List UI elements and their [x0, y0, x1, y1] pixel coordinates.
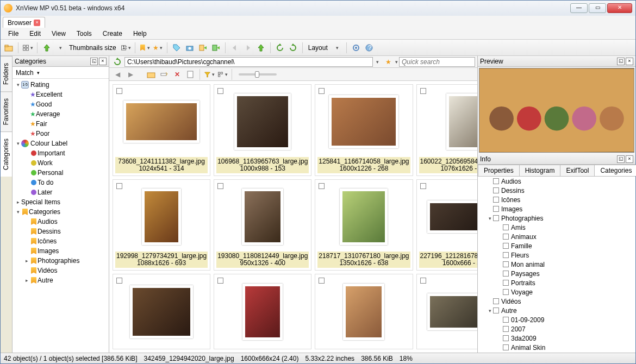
- tree-cat-2[interactable]: Icônes: [13, 236, 109, 246]
- info-cat-item[interactable]: Icônes: [478, 195, 635, 204]
- info-tab-properties[interactable]: Properties: [478, 165, 520, 176]
- up-icon[interactable]: [255, 42, 267, 54]
- view-mode-dropdown[interactable]: [22, 42, 34, 54]
- thumb-checkbox[interactable]: [319, 278, 325, 284]
- category-checkbox[interactable]: [503, 243, 509, 249]
- info-cat-item[interactable]: 01-09-2009: [478, 315, 635, 324]
- rotate-left-icon[interactable]: [274, 42, 286, 54]
- info-cat-item[interactable]: Art and Craft Equipment: [478, 352, 635, 353]
- thumbsize-dropdown[interactable]: 1:5: [120, 42, 132, 54]
- rotate-right-icon[interactable]: [287, 42, 299, 54]
- category-checkbox[interactable]: [493, 215, 499, 221]
- export-icon[interactable]: [210, 42, 222, 54]
- category-checkbox[interactable]: [503, 317, 509, 323]
- rename-icon[interactable]: [158, 68, 170, 80]
- convert-icon[interactable]: [197, 42, 209, 54]
- category-checkbox[interactable]: [493, 206, 499, 212]
- tree-colour-1[interactable]: Work: [13, 158, 109, 168]
- category-checkbox[interactable]: [503, 234, 509, 240]
- thumb-checkbox[interactable]: [420, 88, 426, 94]
- tree-colour[interactable]: ▾Colour Label: [13, 139, 109, 148]
- menu-view[interactable]: View: [46, 29, 71, 39]
- tree-cat-5[interactable]: Vidéos: [13, 266, 109, 275]
- layout-dropdown[interactable]: [331, 42, 343, 54]
- info-cat-item[interactable]: ▾Photographies: [478, 214, 635, 223]
- category-checkbox[interactable]: [503, 224, 509, 230]
- tree-colour-4[interactable]: Later: [13, 187, 109, 197]
- thumbnail-item[interactable]: [315, 274, 413, 349]
- panel-close-icon[interactable]: ×: [626, 58, 633, 65]
- delete-icon[interactable]: ✕: [171, 68, 183, 80]
- settings-icon[interactable]: [350, 42, 362, 54]
- category-checkbox[interactable]: [493, 307, 499, 313]
- match-dropdown[interactable]: Match▾: [13, 67, 109, 79]
- tree-cat-1[interactable]: Dessins: [13, 227, 109, 236]
- close-button[interactable]: ✕: [607, 3, 632, 13]
- tree-cat-3[interactable]: Images: [13, 246, 109, 256]
- tree-colour-2[interactable]: Personal: [13, 168, 109, 178]
- tree-categories[interactable]: ▾Categories: [13, 207, 109, 217]
- search-input[interactable]: [399, 57, 475, 67]
- panel-close-icon[interactable]: ×: [99, 58, 107, 65]
- menu-tools[interactable]: Tools: [71, 29, 97, 39]
- minimize-button[interactable]: —: [570, 3, 588, 13]
- tree-cat-0[interactable]: Audios: [13, 217, 109, 227]
- thumbnail-item[interactable]: 193080_1180812449_large.jpg950x1326 - 40…: [214, 179, 311, 271]
- tree-colour-3[interactable]: To do: [13, 178, 109, 187]
- menu-file[interactable]: File: [3, 29, 24, 39]
- thumb-checkbox[interactable]: [319, 183, 325, 189]
- tree-rating-3[interactable]: ★ Fair: [13, 119, 109, 129]
- tree-rating-0[interactable]: ★ Excellent: [13, 90, 109, 99]
- category-checkbox[interactable]: [503, 271, 509, 277]
- info-cat-item[interactable]: Images: [478, 204, 635, 214]
- category-checkbox[interactable]: [503, 261, 509, 267]
- nav-back-icon[interactable]: ◀: [111, 68, 123, 80]
- category-checkbox[interactable]: [503, 289, 509, 295]
- thumbnail-item[interactable]: 227196_1212816786_large.jpg1600x666 - 51…: [416, 179, 477, 271]
- thumb-checkbox[interactable]: [116, 183, 122, 189]
- forward-icon[interactable]: [242, 42, 254, 54]
- category-checkbox[interactable]: [503, 335, 509, 341]
- zoom-slider[interactable]: [239, 73, 277, 76]
- info-cat-item[interactable]: Paysages: [478, 269, 635, 278]
- sidetab-categories[interactable]: Categories: [1, 131, 12, 177]
- info-tab-categories[interactable]: Categories: [594, 165, 636, 176]
- tree-cat-6[interactable]: ▸Autre: [13, 275, 109, 285]
- sort-icon[interactable]: [216, 68, 228, 80]
- thumbnail-item[interactable]: [113, 274, 210, 349]
- camera-icon[interactable]: [184, 42, 196, 54]
- info-cat-item[interactable]: Dessins: [478, 186, 635, 195]
- thumb-checkbox[interactable]: [319, 88, 325, 94]
- menu-edit[interactable]: Edit: [24, 29, 46, 39]
- thumbnail-item[interactable]: 106968_1163965763_large.jpg1000x988 - 15…: [214, 84, 311, 176]
- panel-float-icon[interactable]: ◱: [90, 58, 98, 65]
- up-folder-icon[interactable]: [41, 42, 53, 54]
- open-icon[interactable]: [3, 42, 15, 54]
- info-cat-item[interactable]: ▾Autre: [478, 306, 635, 315]
- info-tab-histogram[interactable]: Histogram: [519, 165, 561, 176]
- filter-icon[interactable]: [203, 68, 215, 80]
- help-icon[interactable]: ?: [363, 42, 375, 54]
- panel-float-icon[interactable]: ◱: [617, 155, 625, 163]
- tag-icon[interactable]: [171, 42, 183, 54]
- thumbnail-item[interactable]: 73608_1241111382_large.jpg1024x541 - 314: [113, 84, 210, 176]
- tree-cat-4[interactable]: ▸Photographies: [13, 256, 109, 266]
- star-dropdown[interactable]: ★: [152, 42, 164, 54]
- category-checkbox[interactable]: [493, 298, 499, 304]
- thumbnail-item[interactable]: [214, 274, 311, 349]
- properties-icon[interactable]: [184, 68, 196, 80]
- favorite-icon[interactable]: ★: [382, 56, 394, 68]
- thumbnail-item[interactable]: 218717_1310767180_large.jpg1350x1626 - 6…: [315, 179, 413, 271]
- sidetab-favorites[interactable]: Favorites: [1, 91, 12, 131]
- thumb-checkbox[interactable]: [217, 88, 223, 94]
- path-input[interactable]: [124, 57, 373, 67]
- folder-icon[interactable]: [145, 68, 157, 80]
- refresh-icon[interactable]: [111, 56, 123, 68]
- info-cat-item[interactable]: Fleurs: [478, 250, 635, 260]
- category-checkbox[interactable]: [493, 178, 499, 184]
- panel-close-icon[interactable]: ×: [626, 155, 633, 163]
- tree-special[interactable]: ▸Special Items: [13, 197, 109, 207]
- category-checkbox[interactable]: [503, 280, 509, 286]
- menu-create[interactable]: Create: [97, 29, 128, 39]
- tab-browser[interactable]: Browser ×: [3, 17, 45, 28]
